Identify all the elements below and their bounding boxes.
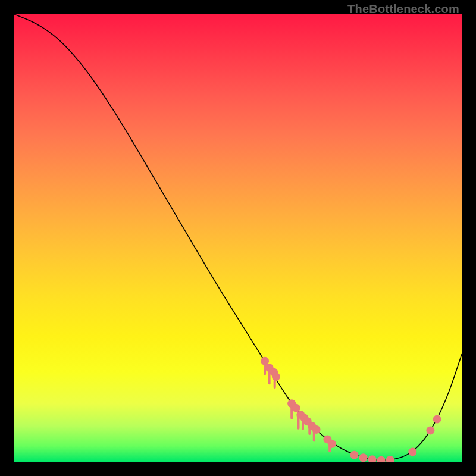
data-point <box>272 372 280 381</box>
data-point <box>426 426 434 434</box>
data-point <box>377 456 386 462</box>
svg-rect-2 <box>274 380 276 389</box>
curve-line <box>14 14 462 460</box>
plot-area <box>14 14 462 462</box>
data-points <box>261 357 441 462</box>
data-point <box>312 425 321 434</box>
bottleneck-curve <box>14 14 462 462</box>
data-point <box>328 440 336 448</box>
data-point <box>408 448 416 456</box>
data-point <box>386 456 394 462</box>
data-point <box>433 415 441 424</box>
chart-frame: TheBottleneck.com <box>0 0 476 476</box>
data-point <box>368 455 377 462</box>
data-point <box>350 451 359 459</box>
data-point <box>359 453 368 462</box>
